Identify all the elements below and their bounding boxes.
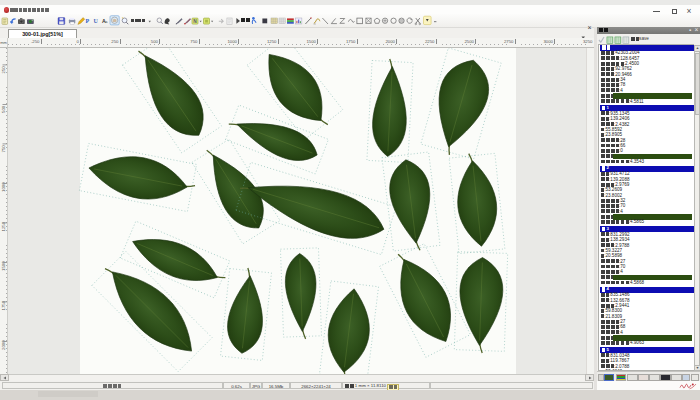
svg-text:500: 500 bbox=[1, 105, 6, 113]
svg-text:a: a bbox=[105, 20, 108, 24]
svg-text:N: N bbox=[193, 19, 197, 24]
svg-text:250: 250 bbox=[1, 65, 6, 73]
svg-text:P: P bbox=[86, 18, 90, 24]
svg-text:U: U bbox=[94, 18, 99, 24]
svg-text:750: 750 bbox=[1, 144, 6, 152]
